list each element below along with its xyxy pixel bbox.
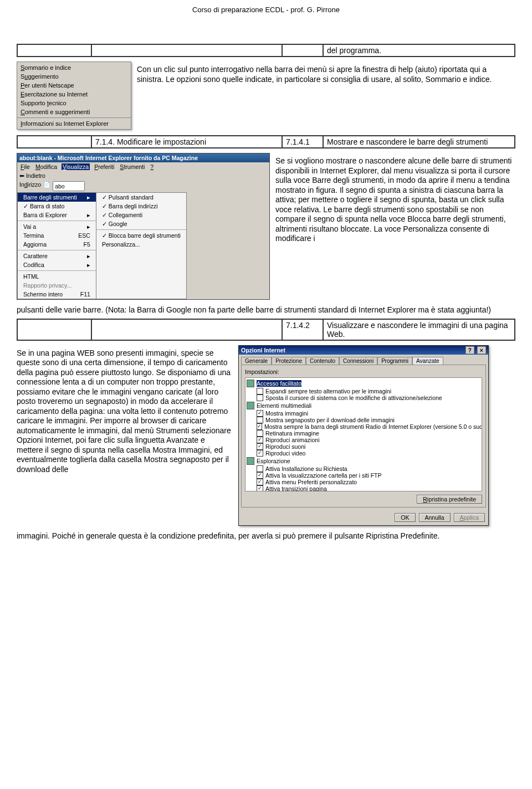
submenu-item[interactable]: ✓ Collegamenti	[96, 211, 186, 219]
checkbox-icon[interactable]	[257, 465, 263, 472]
checkbox-icon[interactable]	[257, 485, 263, 491]
menubar: File Modifica Visualizza Preferiti Strum…	[17, 162, 269, 171]
paragraph-3b: immagini. Poiché in generale questa è la…	[17, 531, 515, 541]
cancel-button[interactable]: Annulla	[419, 513, 451, 522]
submenu-item[interactable]: ✓ Barra degli indirizzi	[96, 202, 186, 211]
help-item-about[interactable]: Informazioni su Internet Explorer	[17, 119, 131, 128]
help-item[interactable]: Esercitazione su Internet	[17, 90, 131, 99]
settings-listbox[interactable]: Accesso facilitatoEspandi sempre testo a…	[245, 377, 482, 491]
settings-label: Impostazioni:	[245, 368, 482, 375]
table-3: 7.1.4.2 Visualizzare e nascondere le imm…	[17, 319, 515, 341]
menu-help[interactable]: ?	[149, 163, 155, 170]
help-item[interactable]: Supporto tecnico	[17, 99, 131, 107]
settings-option[interactable]: Attiva Installazione su Richiesta	[247, 465, 480, 472]
checkbox-icon[interactable]	[257, 423, 262, 430]
settings-group: Accesso facilitato	[247, 379, 480, 388]
settings-option[interactable]: Attiva la visualizzazione cartella per i…	[247, 472, 480, 479]
checkbox-icon[interactable]	[257, 443, 263, 450]
help-item[interactable]: Commenti e suggerimenti	[17, 107, 131, 116]
checkbox-icon[interactable]	[257, 388, 263, 394]
submenu-item[interactable]: Personalizza...	[96, 240, 186, 249]
submenu-item[interactable]: ✓ Blocca barre degli strumenti	[96, 231, 186, 240]
t3-c2	[91, 319, 282, 340]
tab-generale[interactable]: Generale	[241, 357, 272, 365]
group-icon	[247, 457, 254, 465]
settings-option[interactable]: Riproduci video	[247, 450, 480, 457]
checkbox-icon[interactable]	[257, 437, 263, 443]
t2-c3: 7.1.4.1	[282, 136, 323, 148]
settings-option[interactable]: Attiva transizioni pagina	[247, 485, 480, 491]
help-item[interactable]: Per utenti Netscape	[17, 81, 131, 90]
menu-item[interactable]: Codifica▸	[18, 260, 96, 269]
tab-protezione[interactable]: Protezione	[272, 357, 306, 365]
menu-item[interactable]: Barre degli strumenti▸	[18, 193, 96, 202]
menu-item[interactable]: TerminaESC	[18, 231, 96, 240]
t2-c1	[17, 136, 91, 148]
tab-programmi[interactable]: Programmi	[377, 357, 412, 365]
menu-item[interactable]: Vai a▸	[18, 222, 96, 231]
submenu-item[interactable]: ✓ Google	[96, 219, 186, 228]
checkbox-icon[interactable]	[257, 472, 263, 479]
tab-avanzate[interactable]: Avanzate	[412, 357, 443, 365]
settings-option[interactable]: Mostra immagini	[247, 410, 480, 417]
address-label: Indirizzo	[19, 181, 41, 191]
address-input[interactable]	[53, 181, 85, 191]
checkbox-icon[interactable]	[257, 450, 263, 457]
checkbox-icon[interactable]	[257, 417, 263, 423]
back-button[interactable]: ⬅ Indietro	[19, 172, 45, 179]
submenu-item[interactable]: ✓ Pulsanti standard	[96, 193, 186, 202]
paragraph-3: Se in una pagina WEB sono presenti immag…	[17, 349, 233, 522]
ok-button[interactable]: OK	[395, 513, 415, 522]
close-icon[interactable]: ×	[477, 346, 486, 354]
menu-item[interactable]: AggiornaF5	[18, 240, 96, 249]
t2-c2: 7.1.4. Modificare le impostazioni	[91, 136, 282, 148]
menu-visualizza[interactable]: Visualizza	[62, 163, 90, 170]
settings-option[interactable]: Mostra segnaposto per il download delle …	[247, 417, 480, 423]
menu-item[interactable]: Barra di Explorer▸	[18, 211, 96, 219]
help-item[interactable]: Suggerimento	[17, 72, 131, 81]
settings-option[interactable]: Sposta il cursore di sistema con le modi…	[247, 394, 480, 401]
t3-c4: Visualizzare e nascondere le immagini di…	[323, 319, 515, 340]
t2-c4: Mostrare e nascondere le barre degli str…	[323, 136, 515, 148]
t3-c3: 7.1.4.2	[282, 319, 323, 340]
menu-file[interactable]: File	[19, 163, 31, 170]
settings-option[interactable]: Retinatura immagine	[247, 430, 480, 437]
help-menu: Sommario e indice Suggerimento Per utent…	[17, 62, 131, 130]
menu-preferiti[interactable]: Preferiti	[93, 163, 115, 170]
settings-option[interactable]: Attiva menu Preferiti personalizzato	[247, 479, 480, 485]
tab-connessioni[interactable]: Connessioni	[339, 357, 377, 365]
settings-option[interactable]: Riproduci suoni	[247, 443, 480, 450]
address-icon: 📄	[43, 181, 50, 191]
paragraph-2: Se si vogliono mostrare o nascondere alc…	[275, 156, 515, 296]
t1-c3	[282, 44, 323, 57]
dialog-buttons: ? ×	[466, 347, 486, 353]
menu-item[interactable]: Carattere▸	[18, 252, 96, 260]
apply-button[interactable]: Applica	[454, 513, 485, 522]
checkbox-icon[interactable]	[257, 430, 263, 437]
settings-option[interactable]: Mostra sempre la barra degli strumenti R…	[247, 423, 480, 430]
paragraph-2b: pulsanti delle varie barre. (Nota: la Ba…	[17, 305, 515, 315]
checkbox-icon[interactable]	[257, 394, 263, 401]
menu-item[interactable]: Schermo interoF11	[18, 290, 96, 299]
restore-defaults-button[interactable]: Ripristina predefinite	[417, 495, 482, 504]
checkbox-icon[interactable]	[257, 410, 263, 417]
help-item[interactable]: Sommario e indice	[17, 63, 131, 72]
tab-contenuto[interactable]: Contenuto	[306, 357, 339, 365]
menu-item[interactable]: HTML	[18, 272, 96, 281]
table-1: del programma.	[17, 44, 515, 57]
page-header: Corso di preparazione ECDL - prof. G. Pi…	[17, 0, 515, 42]
dialog-title: Opzioni Internet	[241, 347, 285, 353]
checkbox-icon[interactable]	[257, 479, 263, 485]
t3-c1	[17, 319, 91, 340]
menu-item[interactable]: Rapporto privacy...	[18, 281, 96, 290]
t1-c2	[91, 44, 282, 57]
group-icon	[247, 402, 254, 409]
paragraph-1: Con un clic sul punto interrogativo nell…	[137, 65, 515, 126]
settings-option[interactable]: Riproduci animazioni	[247, 437, 480, 443]
help-icon[interactable]: ?	[466, 346, 474, 354]
settings-option[interactable]: Espandi sempre testo alternativo per le …	[247, 388, 480, 394]
menu-strumenti[interactable]: Strumenti	[119, 163, 146, 170]
menu-modifica[interactable]: Modifica	[34, 163, 58, 170]
ie-window: about:blank - Microsoft Internet Explore…	[17, 153, 270, 300]
menu-item[interactable]: ✓ Barra di stato	[18, 202, 96, 211]
